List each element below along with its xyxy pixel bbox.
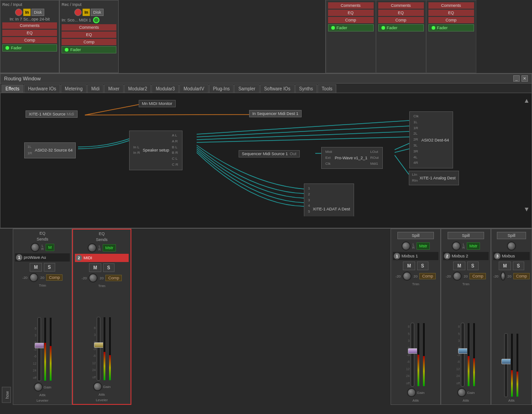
tab-hardware-ios[interactable]: Hardware IOs [24,84,60,93]
tab-synths[interactable]: Synths [295,84,318,93]
mixbus-fader-track-2[interactable] [461,323,464,387]
tab-sampler[interactable]: Sampler [234,84,259,93]
fader-track-1[interactable] [37,317,41,381]
node-xite1-analog-dest[interactable]: LInRIn XITE-1 Analog Dest [409,171,459,185]
s-btn-2[interactable]: S [103,263,115,272]
eq-btn-2[interactable]: EQ [62,31,116,38]
mixbus-fader-thumb-1[interactable] [408,348,418,354]
m-btn-1[interactable]: M [30,263,42,272]
mixbus-m-2[interactable]: M [453,262,465,270]
right-eq-2[interactable]: EQ [378,10,424,16]
mixbus-knob-c-2[interactable] [452,241,461,251]
close-button[interactable]: ✕ [522,75,528,82]
fader-track-2[interactable] [97,317,100,381]
mixbus-comp-btn-3[interactable]: Comp [513,273,530,279]
node-speaker-setup[interactable]: In LIn R Speaker setup A LA RB LB RC LC … [129,131,183,170]
spill-btn-3[interactable]: Spill [497,232,526,239]
node-midi-monitor[interactable]: Mn MIDI Monitor [139,100,176,107]
right-comp-3[interactable]: Comp [428,17,474,23]
comp-knob-1[interactable] [29,273,38,282]
mstr-btn-2[interactable]: Mstr [103,244,116,252]
mixbus-fader-thumb-2[interactable] [458,348,468,354]
fader-thumb-2[interactable] [94,342,104,348]
fader-thumb-1[interactable] [35,343,45,348]
mixbus-fader-track-1[interactable] [411,323,414,387]
mixbus-m-3[interactable]: M [499,262,511,270]
node-asio32-source[interactable]: 1L1R ASIO2-32 Source 64 [24,142,76,158]
comp-btn-bottom-1[interactable]: Comp [46,274,63,281]
bottom-knob-c-2[interactable] [88,243,97,252]
disk-button-1[interactable]: Disk [31,9,44,16]
node-seq-midi-source[interactable]: Sequencer Midi Source 1 Out [239,150,300,157]
rec-button-2[interactable] [74,9,82,16]
mixbus-comp-btn-2[interactable]: Comp [469,273,486,279]
s-btn-1[interactable]: S [44,263,55,272]
mixbus-knob-c-3[interactable] [507,241,516,251]
mixbus-gain-knob-2[interactable] [457,388,466,397]
right-fader-2[interactable]: Fader [378,24,424,31]
fader-btn-1[interactable]: Fader [2,44,57,52]
right-fader-3[interactable]: Fader [428,24,474,31]
right-comments-2[interactable]: Comments [378,2,424,9]
comments-btn-1[interactable]: Comments [2,22,57,29]
comp-knob-2[interactable] [89,273,98,283]
mixbus-fader-thumb-3[interactable] [501,359,511,364]
rec-button-1[interactable] [15,9,22,16]
right-comments-3[interactable]: Comments [428,2,474,9]
right-comp-2[interactable]: Comp [378,17,424,23]
comp-btn-1[interactable]: Comp [2,37,57,43]
mixbus-comp-knob-2[interactable] [453,272,462,281]
mixbus-comp-knob-3[interactable] [501,272,506,281]
mixbus-knob-c-1[interactable] [402,241,411,251]
tab-mixer[interactable]: Mixer [104,84,123,93]
gain-knob-1[interactable] [34,383,43,392]
node-xite1-source[interactable]: XITE-1 MIDI Source Midi [26,110,78,118]
fader-btn-2[interactable]: Fader [62,46,116,53]
mixbus-fader-track-3[interactable] [504,333,508,397]
spill-btn-2[interactable]: Spill [448,232,484,239]
mixbus-comp-knob-1[interactable] [402,272,412,281]
disk-button-2[interactable]: Disk [91,9,104,16]
in-button-2[interactable]: In [83,9,90,16]
routing-canvas[interactable]: XITE-1 MIDI Source Midi Mn MIDI Monitor … [0,93,532,216]
tab-metering[interactable]: Metering [61,84,87,93]
node-prowave[interactable]: MidiExtClk Pro-Wave v1_2_1 LOutROutMdi1 [321,147,383,169]
bottom-knob-c-1[interactable] [31,243,40,252]
mixbus-s-1[interactable]: S [417,262,428,270]
show-button[interactable]: how [2,387,11,403]
right-eq-3[interactable]: EQ [428,10,474,16]
right-fader-1[interactable]: Fader [328,24,374,31]
minimize-button[interactable]: _ [513,75,520,82]
tab-plug-ins[interactable]: Plug-Ins [209,84,234,93]
gain-knob-2[interactable] [93,382,102,391]
mixbus-s-3[interactable]: S [513,262,524,270]
in-button-1[interactable]: In [23,9,31,16]
comp-btn-bottom-2[interactable]: Comp [105,275,122,281]
right-eq-1[interactable]: EQ [328,10,374,16]
tab-modular3[interactable]: Modular3 [151,84,179,93]
mixbus-mstr-2[interactable]: Mstr [467,242,480,250]
tab-midi[interactable]: Midi [87,84,104,93]
scroll-down-arrow[interactable]: ▼ [523,205,530,213]
mstr-btn-1[interactable]: M [46,244,55,251]
mixbus-gain-knob-1[interactable] [407,388,416,397]
scroll-up-arrow[interactable]: ▲ [523,97,530,104]
mixbus-mstr-1[interactable]: Mstr [417,242,430,250]
mixbus-s-2[interactable]: S [467,262,479,270]
mixbus-m-1[interactable]: M [403,262,415,270]
right-comments-1[interactable]: Comments [328,2,374,9]
spill-btn-1[interactable]: Spill [397,232,434,239]
tab-software-ios[interactable]: Software IOs [260,84,295,93]
tab-modulariv[interactable]: ModularIV [179,84,209,93]
node-xite1-adat[interactable]: 12345678 XITE-1 ADAT A Dest [304,183,354,216]
comments-btn-2[interactable]: Comments [62,24,116,31]
tab-modular2[interactable]: Modular2 [124,84,151,93]
comp-btn-2[interactable]: Comp [62,39,116,45]
node-asio2-dest[interactable]: Clk1L1R2L2R3L3R4L4R ASIO2 Dest-64 [409,111,453,168]
node-sequencer-dest[interactable]: In Sequencer Midi Dest 1 [249,110,302,117]
right-comp-1[interactable]: Comp [328,17,374,23]
tab-tools[interactable]: Tools [318,84,336,93]
m-btn-2[interactable]: M [89,263,101,272]
eq-btn-1[interactable]: EQ [2,30,57,36]
tab-effects[interactable]: Effects [1,84,23,93]
